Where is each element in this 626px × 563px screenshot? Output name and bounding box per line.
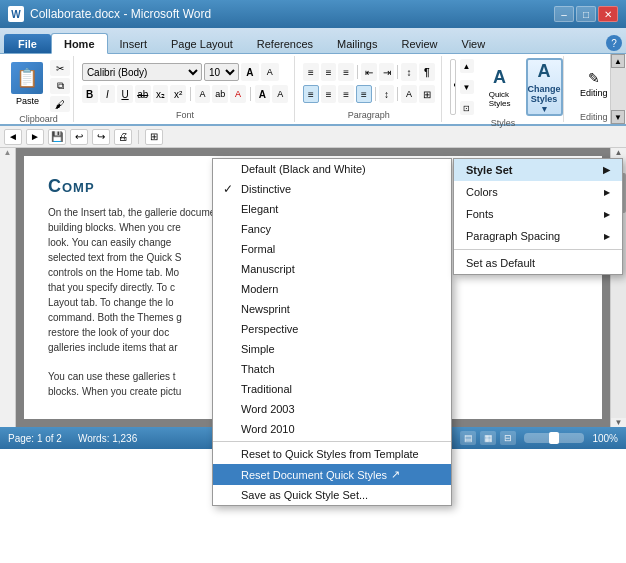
window-controls: – □ ✕ [554, 6, 618, 22]
menu-thatch-label: Thatch [241, 363, 275, 375]
change-styles-submenu: Style Set ▶ Colors Fonts Paragraph Spaci… [453, 158, 623, 275]
menu-fancy-label: Fancy [241, 223, 271, 235]
minimize-btn[interactable]: – [554, 6, 574, 22]
menu-word2003-label: Word 2003 [241, 403, 295, 415]
menu-formal[interactable]: Formal [213, 239, 451, 259]
menu-default-label: Default (Black and White) [241, 163, 366, 175]
menu-modern-label: Modern [241, 283, 278, 295]
menu-default[interactable]: Default (Black and White) [213, 159, 451, 179]
restore-btn[interactable]: □ [576, 6, 596, 22]
menu-manuscript-label: Manuscript [241, 263, 295, 275]
title-bar-title: Collaborate.docx - Microsoft Word [30, 7, 211, 21]
title-bar: W Collaborate.docx - Microsoft Word – □ … [0, 0, 626, 28]
menu-fancy[interactable]: Fancy [213, 219, 451, 239]
menu-save-quick[interactable]: Save as Quick Style Set... [213, 485, 451, 505]
menu-traditional[interactable]: Traditional [213, 379, 451, 399]
menu-reset-template[interactable]: Reset to Quick Styles from Template [213, 444, 451, 464]
menu-newsprint-label: Newsprint [241, 303, 290, 315]
menu-save-quick-label: Save as Quick Style Set... [241, 489, 368, 501]
menu-manuscript[interactable]: Manuscript [213, 259, 451, 279]
submenu-paragraph-spacing-label: Paragraph Spacing [466, 230, 560, 242]
menu-traditional-label: Traditional [241, 383, 292, 395]
close-btn[interactable]: ✕ [598, 6, 618, 22]
menu-word2010-label: Word 2010 [241, 423, 295, 435]
menu-simple[interactable]: Simple [213, 339, 451, 359]
menu-simple-label: Simple [241, 343, 275, 355]
submenu-paragraph-spacing[interactable]: Paragraph Spacing [454, 225, 622, 247]
style-set-menu: Default (Black and White) Distinctive El… [212, 158, 452, 506]
menu-perspective-label: Perspective [241, 323, 298, 335]
menu-elegant[interactable]: Elegant [213, 199, 451, 219]
submenu-set-as-default-label: Set as Default [466, 257, 535, 269]
submenu-styleset-arrow: ▶ [603, 165, 610, 175]
menu-distinctive[interactable]: Distinctive [213, 179, 451, 199]
menu-reset-template-label: Reset to Quick Styles from Template [241, 448, 419, 460]
menu-word2010[interactable]: Word 2010 [213, 419, 451, 439]
submenu-colors-label: Colors [466, 186, 498, 198]
submenu-fonts[interactable]: Fonts [454, 203, 622, 225]
menu-divider-1 [213, 441, 451, 442]
submenu-colors[interactable]: Colors [454, 181, 622, 203]
menu-formal-label: Formal [241, 243, 275, 255]
menu-reset-document-label: Reset Document Quick Styles [241, 469, 387, 481]
submenu-styleset-label: Style Set [466, 164, 512, 176]
menu-newsprint[interactable]: Newsprint [213, 299, 451, 319]
submenu-fonts-label: Fonts [466, 208, 494, 220]
submenu-set-as-default[interactable]: Set as Default [454, 252, 622, 274]
menu-thatch[interactable]: Thatch [213, 359, 451, 379]
menu-perspective[interactable]: Perspective [213, 319, 451, 339]
menu-word2003[interactable]: Word 2003 [213, 399, 451, 419]
menu-elegant-label: Elegant [241, 203, 278, 215]
submenu-divider [454, 249, 622, 250]
submenu-styleset[interactable]: Style Set ▶ [454, 159, 622, 181]
app-icon: W [8, 6, 24, 22]
dropdown-overlay: Default (Black and White) Distinctive El… [0, 28, 626, 563]
menu-distinctive-label: Distinctive [241, 183, 291, 195]
menu-reset-document[interactable]: Reset Document Quick Styles ↗ [213, 464, 451, 485]
menu-modern[interactable]: Modern [213, 279, 451, 299]
cursor-indicator: ↗ [391, 468, 400, 481]
